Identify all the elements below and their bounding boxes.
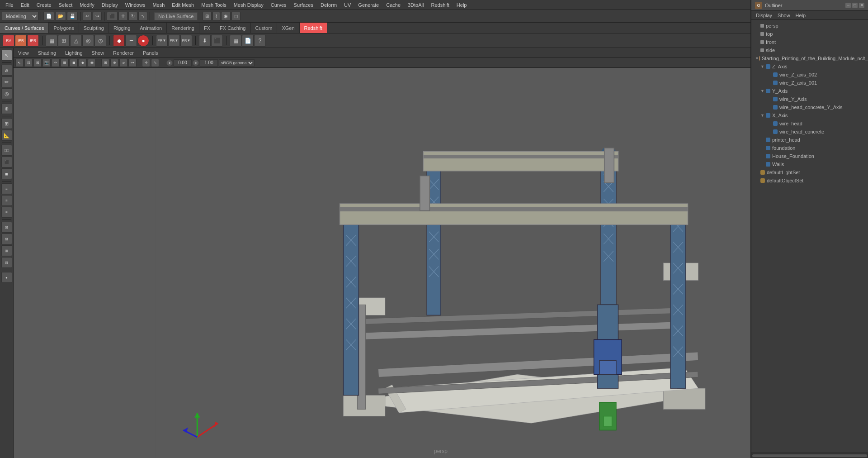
vpt-hud-btn[interactable]: ⊶ [128, 59, 137, 67]
snap-btn[interactable]: ⊞ [1, 118, 12, 129]
outliner-item-wire-head[interactable]: wire_head [751, 119, 868, 128]
create3-btn[interactable]: ● [137, 35, 149, 47]
shader1-btn[interactable]: ▦ [46, 35, 57, 47]
scale-tool-btn[interactable]: ⤡ [138, 12, 147, 21]
vp-menu-view[interactable]: View [15, 49, 32, 57]
vp-menu-panels[interactable]: Panels [140, 49, 161, 57]
vp-menu-lighting[interactable]: Lighting [62, 49, 85, 57]
menu-mesh-tools[interactable]: Mesh Tools [198, 1, 230, 9]
lasso-btn[interactable]: ⌀ [1, 65, 12, 76]
save-file-btn[interactable]: 💾 [67, 12, 78, 21]
outliner-item-x-axis[interactable]: ▼ X_Axis [751, 111, 868, 119]
select-mode-btn[interactable]: ↖ [1, 50, 12, 61]
tab-custom[interactable]: Custom [251, 23, 278, 33]
vpt-scale-btn[interactable]: ⤡ [151, 59, 159, 67]
help-icon-btn[interactable]: ? [254, 35, 266, 47]
menu-mesh[interactable]: Mesh [149, 1, 168, 9]
menu-help[interactable]: Help [453, 1, 471, 9]
shader4-btn[interactable]: ◎ [82, 35, 94, 47]
outliner-item-wire-z-001[interactable]: wire_Z_axis_001 [751, 79, 868, 87]
shader3-btn[interactable]: △ [70, 35, 82, 47]
select-tool-btn[interactable]: ⬛ [107, 12, 118, 21]
lt-g3b-btn[interactable]: ⊠ [1, 234, 12, 244]
outliner-item-default-light-set[interactable]: defaultLightSet [751, 168, 868, 177]
vpt-solid-btn[interactable]: ◼ [70, 59, 78, 67]
menu-curves[interactable]: Curves [267, 1, 290, 9]
viewport-canvas[interactable]: persp [14, 68, 868, 458]
lt-display1-btn[interactable]: □□ [1, 145, 12, 156]
lt-g3a-btn[interactable]: ⊡ [1, 222, 12, 233]
outliner-hscrollbar[interactable] [751, 453, 868, 458]
vpt-view2-btn[interactable]: ⊠ [33, 59, 42, 67]
menu-create[interactable]: Create [33, 1, 55, 9]
menu-file[interactable]: File [2, 1, 17, 9]
vpt-lit-btn[interactable]: ◉ [88, 59, 96, 67]
misc2-btn[interactable]: 📄 [242, 35, 254, 47]
lt-g2c-btn[interactable]: ≡ [1, 207, 12, 218]
mode-dropdown[interactable]: Modeling Rigging Animation FX Rendering [2, 12, 38, 21]
misc1-btn[interactable]: ▦ [230, 35, 241, 47]
lt-extra-btn[interactable]: ● [1, 272, 12, 283]
lt-g3d-btn[interactable]: ⊟ [1, 257, 12, 268]
menu-edit-mesh[interactable]: Edit Mesh [168, 1, 198, 9]
vpt-view1-btn[interactable]: ⊡ [24, 59, 33, 67]
vp-menu-renderer[interactable]: Renderer [110, 49, 137, 57]
measure-btn[interactable]: 📐 [1, 130, 12, 141]
tab-polygons[interactable]: Polygons [49, 23, 79, 33]
outliner-item-walls[interactable]: Walls [751, 160, 868, 168]
pr1-btn[interactable]: PR▼ [156, 35, 168, 47]
pr3-btn[interactable]: PR▼ [180, 35, 192, 47]
lt-display2-btn[interactable]: ⬛ [1, 157, 12, 167]
outliner-hscroll-thumb[interactable] [752, 454, 867, 457]
menu-modify[interactable]: Modify [76, 1, 98, 9]
tab-animation[interactable]: Animation [135, 23, 167, 33]
sculpt-btn[interactable]: ◎ [1, 88, 12, 99]
vpt-move-btn[interactable]: ✛ [142, 59, 150, 67]
tab-redshift[interactable]: Redshift [300, 23, 327, 33]
create2-btn[interactable]: ━ [125, 35, 137, 47]
undo-btn[interactable]: ↩ [83, 12, 92, 21]
extrude-btn[interactable]: ⊕ [1, 103, 12, 114]
paint-btn[interactable]: ✏ [1, 76, 12, 87]
tab-xgen[interactable]: XGen [277, 23, 299, 33]
outliner-item-house-foundation[interactable]: House_Foundation [751, 152, 868, 160]
outliner-item-wire-y[interactable]: wire_Y_Axis [751, 95, 868, 103]
create1-btn[interactable]: ◆ [113, 35, 125, 47]
snap-surface-btn[interactable]: ◻ [231, 12, 241, 21]
rotate-tool-btn[interactable]: ↻ [128, 12, 137, 21]
vp-menu-shading[interactable]: Shading [35, 49, 59, 57]
pr2-btn[interactable]: PR▼ [168, 35, 180, 47]
redo-btn[interactable]: ↪ [93, 12, 102, 21]
vpt-deform-btn[interactable]: ⌀ [119, 59, 127, 67]
lt-g2b-btn[interactable]: ≡ [1, 195, 12, 206]
vpt-grid-btn[interactable]: ⊞ [101, 59, 109, 67]
outliner-item-y-axis[interactable]: ▼ Y_Axis [751, 87, 868, 95]
outliner-item-foundation[interactable]: foundation [751, 144, 868, 152]
outliner-item-main-group[interactable]: ▼ Starting_Printing_of_the_Building_Modu… [751, 54, 868, 62]
menu-select[interactable]: Select [55, 1, 76, 9]
ipr-btn[interactable]: IPR [15, 35, 27, 47]
snap-curve-btn[interactable]: ⌇ [212, 12, 220, 21]
tab-curves-surfaces[interactable]: Curves / Surfaces [0, 23, 49, 33]
vpt-snap-btn[interactable]: ⊕ [110, 59, 118, 67]
menu-display[interactable]: Display [98, 1, 122, 9]
menu-windows[interactable]: Windows [122, 1, 149, 9]
tab-rendering[interactable]: Rendering [167, 23, 199, 33]
render-btn[interactable]: IPR [27, 35, 39, 47]
move-tool-btn[interactable]: ✛ [118, 12, 127, 21]
vpt-select-btn[interactable]: ↖ [15, 59, 24, 67]
lt-g2a-btn[interactable]: ≡ [1, 183, 12, 194]
menu-redshift[interactable]: Redshift [427, 1, 453, 9]
color-profile-select[interactable]: sRGB gamma [219, 59, 255, 67]
coord-x-input[interactable] [174, 59, 192, 67]
menu-edit[interactable]: Edit [17, 1, 33, 9]
tab-sculpting[interactable]: Sculpting [79, 23, 109, 33]
tab-rigging[interactable]: Rigging [109, 23, 135, 33]
snap-point-btn[interactable]: ◉ [221, 12, 231, 21]
outliner-item-side[interactable]: side [751, 48, 868, 54]
menu-3dtoall[interactable]: 3DtoAll [404, 1, 427, 9]
vp-menu-show[interactable]: Show [89, 49, 107, 57]
tab-fx[interactable]: FX [199, 23, 215, 33]
menu-uv[interactable]: UV [340, 1, 354, 9]
outliner-item-default-object-set[interactable]: defaultObjectSet [751, 177, 868, 185]
